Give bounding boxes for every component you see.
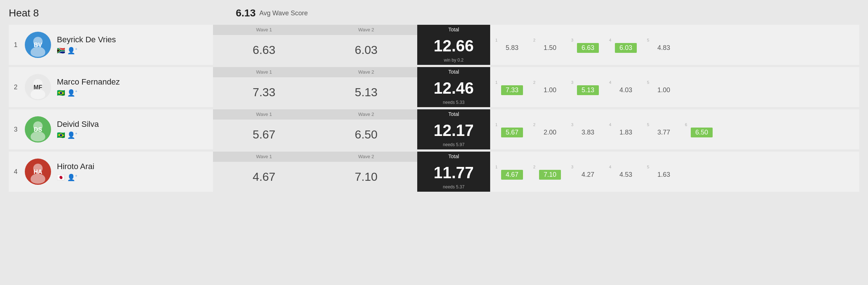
follow-button[interactable]: 👤+ [67, 131, 77, 139]
total-sub-text: win by 0.2 [444, 58, 464, 65]
surfer-row: 2 MF Marco Fernandez 🇧🇷 👤+ Wave 1 [9, 67, 859, 107]
surfer-name: Beyrick De Vries [57, 35, 116, 44]
scores-header: Wave 1 Wave 2 [213, 67, 417, 77]
wave-score-value: 1.83 [615, 128, 637, 137]
wave-score-value: 6.63 [577, 43, 599, 53]
wave-num-label: 5 [647, 38, 649, 42]
wave-num-label: 4 [609, 122, 611, 127]
surfer-row: 3 DS Deivid Silva 🇧🇷 👤+ Wave 1 [9, 109, 859, 149]
surfer-name-block: Marco Fernandez 🇧🇷 👤+ [57, 77, 120, 97]
wave-item-5: 5 4.83 [646, 37, 682, 53]
wave-score-value: 3.83 [577, 128, 599, 137]
wave2-score: 6.03 [315, 43, 417, 57]
follow-button[interactable]: 👤+ [67, 89, 77, 97]
scores-header: Wave 1 Wave 2 [213, 25, 417, 35]
wave-score-value: 5.67 [501, 128, 523, 137]
wave-scores-section: Wave 1 Wave 2 5.67 6.50 [213, 109, 417, 149]
wave-score-value: 4.03 [615, 85, 637, 95]
svg-point-14 [31, 174, 45, 184]
scores-body: 7.33 5.13 [213, 77, 417, 107]
wave-item-2: 2 1.00 [532, 79, 568, 95]
surfer-avatar: HA [25, 159, 51, 185]
wave-item-3: 3 3.83 [570, 122, 606, 137]
surfer-info-section: 1 BV Beyrick De Vries 🇿🇦 👤+ [9, 25, 213, 65]
wave-score-value: 1.50 [539, 43, 561, 53]
all-waves-section: 1 5.67 2 2.00 3 3.83 4 1.83 5 3.77 6 6.5… [490, 109, 859, 149]
surfer-icons: 🇧🇷 👤+ [57, 131, 99, 139]
wave-num-label: 1 [495, 165, 497, 169]
wave-score-value: 5.83 [501, 43, 523, 53]
surfer-name: Hiroto Arai [57, 162, 94, 171]
surfer-info-section: 4 HA Hiroto Arai 🇯🇵 👤+ [9, 152, 213, 192]
wave2-score: 6.50 [315, 128, 417, 141]
wave-score-value: 1.00 [653, 85, 675, 95]
surfer-name-block: Beyrick De Vries 🇿🇦 👤+ [57, 35, 116, 55]
total-section: Total 12.66 win by 0.2 [417, 25, 490, 65]
svg-text:DS: DS [34, 126, 42, 133]
surfer-name-block: Hiroto Arai 🇯🇵 👤+ [57, 162, 94, 181]
total-header-label: Total [417, 67, 490, 77]
total-sub-text: needs 5.37 [443, 184, 464, 192]
wave-score-value: 4.27 [577, 170, 599, 180]
wave2-header: Wave 2 [315, 67, 417, 77]
svg-point-6 [31, 89, 45, 100]
wave-scores-section: Wave 1 Wave 2 7.33 5.13 [213, 67, 417, 107]
surfer-avatar: DS [25, 116, 51, 142]
country-flag: 🇧🇷 [57, 89, 65, 97]
wave-item-1: 1 5.67 [494, 122, 530, 137]
wave2-header: Wave 2 [315, 152, 417, 162]
surfer-row: 4 HA Hiroto Arai 🇯🇵 👤+ Wave 1 [9, 152, 859, 192]
scores-body: 5.67 6.50 [213, 120, 417, 149]
wave-item-3: 3 5.13 [570, 79, 606, 95]
wave-item-4: 4 6.03 [608, 37, 644, 53]
surfer-icons: 🇯🇵 👤+ [57, 173, 94, 181]
all-waves-section: 1 7.33 2 1.00 3 5.13 4 4.03 5 1.00 [490, 67, 859, 107]
total-section: Total 12.46 needs 5.33 [417, 67, 490, 107]
wave-num-label: 1 [495, 80, 497, 85]
all-waves-section: 1 4.67 2 7.10 3 4.27 4 4.53 5 1.63 [490, 152, 859, 192]
wave-num-label: 2 [533, 165, 535, 169]
follow-button[interactable]: 👤+ [67, 173, 77, 181]
wave1-score: 4.67 [213, 170, 315, 184]
avg-wave-score: 6.13 [236, 7, 256, 19]
country-flag: 🇿🇦 [57, 47, 65, 55]
surfers-list: 1 BV Beyrick De Vries 🇿🇦 👤+ Wave 1 [9, 25, 859, 192]
surfer-row: 1 BV Beyrick De Vries 🇿🇦 👤+ Wave 1 [9, 25, 859, 65]
wave-score-value: 4.83 [653, 43, 675, 53]
wave-num-label: 5 [647, 165, 649, 169]
country-flag: 🇧🇷 [57, 131, 65, 139]
scores-header: Wave 1 Wave 2 [213, 109, 417, 120]
svg-text:MF: MF [34, 84, 42, 90]
wave2-score: 5.13 [315, 86, 417, 99]
surfer-name: Marco Fernandez [57, 77, 120, 87]
surfer-rank: 3 [14, 126, 21, 133]
wave-item-2: 2 2.00 [532, 122, 568, 137]
wave-num-label: 4 [609, 80, 611, 85]
total-header-label: Total [417, 152, 490, 161]
wave1-header: Wave 1 [213, 109, 315, 120]
wave-num-label: 2 [533, 122, 535, 127]
surfer-rank: 1 [14, 41, 21, 49]
total-score: 12.17 [434, 122, 474, 138]
scores-header: Wave 1 Wave 2 [213, 152, 417, 162]
wave-num-label: 2 [533, 38, 535, 42]
surfer-rank: 4 [14, 168, 21, 176]
surfer-name: Deivid Silva [57, 120, 99, 129]
main-container: Heat 8 6.13 Avg Wave Score 1 BV Beyrick … [0, 0, 868, 201]
follow-button[interactable]: 👤+ [67, 47, 77, 55]
total-score: 12.46 [434, 80, 474, 96]
wave-score-value: 3.77 [653, 128, 675, 137]
wave-score-value: 5.13 [577, 85, 599, 95]
wave-item-1: 1 5.83 [494, 37, 530, 53]
wave-num-label: 5 [647, 80, 649, 85]
svg-text:BV: BV [34, 42, 42, 48]
wave-item-5: 5 1.00 [646, 79, 682, 95]
wave-item-2: 2 7.10 [532, 164, 568, 180]
wave-num-label: 1 [495, 38, 497, 42]
wave-num-label: 4 [609, 38, 611, 42]
wave-score-value: 6.50 [691, 128, 713, 137]
wave-item-1: 1 7.33 [494, 79, 530, 95]
wave1-header: Wave 1 [213, 25, 315, 35]
avg-wave-label: Avg Wave Score [259, 9, 308, 17]
heat-title: Heat 8 [9, 7, 39, 19]
